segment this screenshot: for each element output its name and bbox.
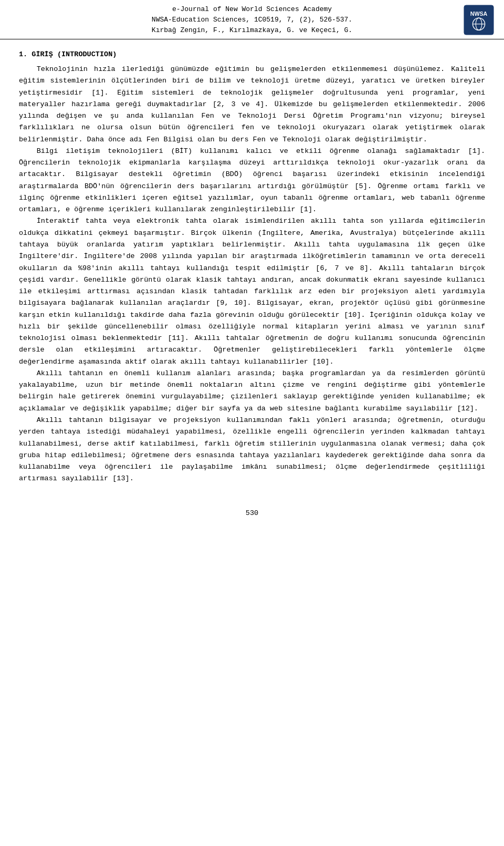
nwsa-logo-icon: NWSA (464, 5, 494, 35)
svg-text:NWSA: NWSA (470, 11, 488, 17)
paragraph-5: Akıllı tahtanın bilgisayar ve projeksiyo… (19, 415, 485, 485)
paragraph-2: Bilgi iletişim teknolojileri (BİT) kulla… (19, 146, 485, 216)
journal-authors: Kırbağ Zengin, F., Kırılmazkaya, G. ve K… (41, 25, 463, 36)
journal-logo: NWSA (463, 4, 495, 36)
paragraph-3: İnteraktif tahta veya elektronik tahta o… (19, 215, 485, 367)
journal-issue: NWSA-Education Sciences, 1C0519, 7, (2),… (41, 15, 463, 25)
page-number: 530 (246, 509, 258, 517)
paragraph-1: Teknolojinin hızla ilerlediği günümüzde … (19, 64, 485, 146)
journal-title: e-Journal of New World Sciences Academy (41, 4, 463, 15)
page-header: e-Journal of New World Sciences Academy … (0, 0, 504, 39)
section-title: 1. GİRİŞ (INTRODUCTION) (19, 49, 485, 60)
main-content: 1. GİRİŞ (INTRODUCTION) Teknolojinin hız… (0, 39, 504, 494)
header-text: e-Journal of New World Sciences Academy … (41, 4, 463, 36)
page-footer: 530 (0, 504, 504, 520)
once-text: önce (108, 136, 125, 143)
paragraph-4: Akıllı tahtanın en önemli kullanım alanl… (19, 368, 485, 415)
